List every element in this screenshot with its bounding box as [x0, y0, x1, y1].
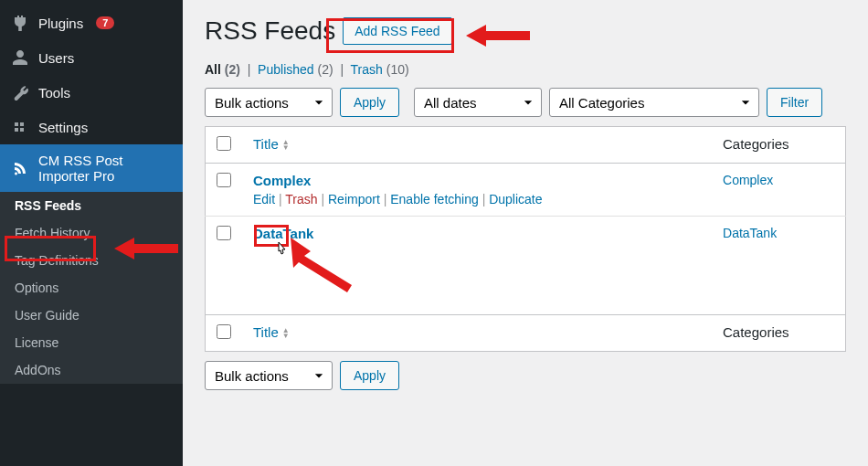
menu-label: Tools — [38, 85, 70, 101]
apply-bulk-button-bottom[interactable]: Apply — [340, 361, 399, 390]
menu-settings[interactable]: Settings — [0, 110, 183, 144]
tablenav-top: Bulk actions Apply All dates All Categor… — [205, 88, 846, 117]
plugins-icon — [11, 14, 29, 32]
column-categories: Categories — [712, 127, 845, 164]
sort-icon: ▲▼ — [282, 140, 290, 151]
menu-tools[interactable]: Tools — [0, 75, 183, 110]
cursor-pointer-icon — [274, 241, 289, 259]
submenu-license[interactable]: License — [0, 329, 183, 356]
page-title: RSS Feeds — [205, 16, 335, 46]
cm-rss-submenu: RSS Feeds Fetch History Tag Definitions … — [0, 192, 183, 384]
action-edit[interactable]: Edit — [253, 192, 275, 207]
feed-title-link[interactable]: DataTank — [253, 226, 313, 241]
select-all-checkbox[interactable] — [217, 136, 231, 151]
rss-icon — [11, 159, 29, 177]
users-icon — [11, 48, 29, 67]
action-duplicate[interactable]: Duplicate — [489, 192, 542, 207]
feeds-table: Title▲▼ Categories Complex Edit | Trash … — [205, 126, 846, 352]
row-actions: Edit | Trash | Reimport | Enable fetchin… — [253, 192, 701, 207]
status-filter-links: All (2) | Published (2) | Trash (10) — [205, 62, 846, 77]
categories-filter-select[interactable]: All Categories — [549, 88, 759, 117]
submenu-rss-feeds[interactable]: RSS Feeds — [0, 192, 183, 219]
column-title-bottom[interactable]: Title▲▼ — [253, 324, 290, 340]
column-categories-bottom: Categories — [712, 315, 845, 352]
tablenav-bottom: Bulk actions Apply — [205, 361, 846, 390]
plugin-update-badge: 7 — [96, 16, 114, 29]
feed-title-link[interactable]: Complex — [253, 173, 311, 188]
submenu-addons[interactable]: AddOns — [0, 356, 183, 384]
filter-all[interactable]: All (2) — [205, 62, 240, 77]
bulk-actions-select[interactable]: Bulk actions — [205, 88, 333, 117]
action-reimport[interactable]: Reimport — [328, 192, 380, 207]
submenu-user-guide[interactable]: User Guide — [0, 302, 183, 329]
sort-icon: ▲▼ — [282, 328, 290, 339]
menu-cm-rss[interactable]: CM RSS Post Importer Pro — [0, 144, 183, 192]
category-link[interactable]: DataTank — [723, 226, 777, 240]
submenu-options[interactable]: Options — [0, 274, 183, 302]
category-link[interactable]: Complex — [723, 173, 773, 187]
filter-published[interactable]: Published (2) — [258, 62, 333, 77]
table-row: Complex Edit | Trash | Reimport | Enable… — [206, 164, 846, 217]
settings-icon — [11, 118, 29, 136]
tools-icon — [11, 83, 29, 101]
row-checkbox[interactable] — [217, 226, 231, 240]
filter-trash[interactable]: Trash (10) — [351, 62, 409, 77]
menu-plugins[interactable]: Plugins 7 — [0, 5, 183, 40]
apply-bulk-button[interactable]: Apply — [340, 88, 399, 117]
add-rss-feed-button[interactable]: Add RSS Feed — [343, 17, 451, 45]
submenu-tag-definitions[interactable]: Tag Definitions — [0, 247, 183, 274]
menu-label: Users — [38, 50, 74, 66]
admin-sidebar: Plugins 7 Users Tools Settings CM RSS Po… — [0, 0, 183, 466]
filter-button[interactable]: Filter — [767, 88, 822, 117]
main-content: RSS Feeds Add RSS Feed All (2) | Publish… — [183, 0, 868, 466]
menu-users[interactable]: Users — [0, 40, 183, 75]
table-row: DataTank DataTank — [206, 217, 846, 315]
menu-label: Settings — [38, 120, 88, 135]
column-title[interactable]: Title▲▼ — [253, 136, 290, 152]
action-trash[interactable]: Trash — [285, 192, 317, 207]
row-checkbox[interactable] — [217, 173, 231, 187]
action-enable-fetching[interactable]: Enable fetching — [390, 192, 479, 207]
menu-label: Plugins — [38, 16, 83, 31]
submenu-fetch-history[interactable]: Fetch History — [0, 219, 183, 247]
select-all-checkbox-bottom[interactable] — [217, 324, 231, 339]
menu-label: CM RSS Post Importer Pro — [38, 153, 172, 184]
dates-filter-select[interactable]: All dates — [414, 88, 542, 117]
bulk-actions-select-bottom[interactable]: Bulk actions — [205, 361, 333, 390]
